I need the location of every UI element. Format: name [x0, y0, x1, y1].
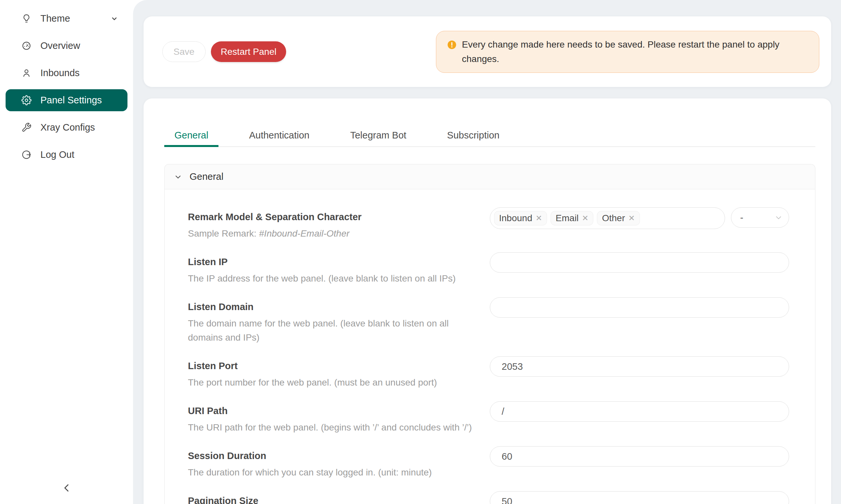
- tab-bar: General Authentication Telegram Bot Subs…: [164, 130, 816, 147]
- tag-inbound: Inbound ✕: [494, 211, 547, 226]
- form-row-pagination-size: Pagination Size: [188, 491, 789, 504]
- separator-select-value: -: [740, 212, 743, 223]
- field-label: Listen IP: [188, 256, 480, 267]
- sidebar-item-label: Inbounds: [40, 68, 80, 78]
- general-collapse: General Remark Model & Separation Charac…: [164, 164, 816, 504]
- chevron-left-icon: [61, 482, 73, 494]
- gauge-icon: [21, 41, 32, 51]
- sidebar-item-label: Log Out: [40, 149, 74, 160]
- remove-tag-icon[interactable]: ✕: [628, 214, 635, 222]
- chevron-down-icon: [774, 213, 783, 222]
- field-description: The duration for which you can stay logg…: [188, 465, 480, 480]
- gear-icon: [21, 95, 32, 105]
- sidebar-item-label: Xray Configs: [40, 122, 95, 133]
- separator-select[interactable]: -: [731, 208, 789, 228]
- lightbulb-icon: [21, 14, 32, 24]
- field-label: Listen Port: [188, 360, 480, 372]
- sidebar-item-label: Overview: [40, 40, 80, 51]
- field-label: URI Path: [188, 405, 480, 416]
- listen-domain-input[interactable]: [490, 297, 789, 318]
- listen-port-input[interactable]: [490, 356, 789, 377]
- sidebar-item-logout[interactable]: Log Out: [5, 144, 127, 166]
- tab-general[interactable]: General: [164, 130, 219, 146]
- tab-subscription[interactable]: Subscription: [437, 130, 510, 146]
- sidebar-item-label: Theme: [40, 13, 70, 24]
- sidebar: Theme Overview: [0, 0, 133, 504]
- uri-path-input[interactable]: [490, 401, 789, 421]
- sidebar-item-overview[interactable]: Overview: [5, 35, 127, 57]
- form-row-uri-path: URI Path The URI path for the web panel.…: [188, 401, 789, 434]
- restart-panel-button[interactable]: Restart Panel: [211, 41, 287, 62]
- restart-warning-alert: Every change made here needs to be saved…: [436, 31, 819, 73]
- pagination-size-input[interactable]: [490, 491, 789, 504]
- chevron-down-icon: [110, 15, 118, 23]
- section-title: General: [190, 171, 223, 182]
- app-root: Theme Overview: [0, 0, 841, 504]
- field-description: The domain name for the web panel. (leav…: [188, 316, 480, 344]
- sidebar-item-theme[interactable]: Theme: [5, 7, 127, 30]
- form-row-listen-ip: Listen IP The IP address for the web pan…: [188, 252, 789, 286]
- general-collapse-header[interactable]: General: [165, 164, 815, 189]
- user-icon: [21, 68, 32, 78]
- sample-remark-text: #Inbound-Email-Other: [259, 228, 349, 238]
- toolbar-card: Save Restart Panel Every change made her…: [143, 16, 831, 87]
- form-row-remark-model: Remark Model & Separation Character Samp…: [188, 208, 789, 240]
- sidebar-item-inbounds[interactable]: Inbounds: [5, 62, 127, 84]
- remove-tag-icon[interactable]: ✕: [582, 214, 588, 222]
- field-description: The URI path for the web panel. (begins …: [188, 420, 480, 434]
- form-row-session-duration: Session Duration The duration for which …: [188, 446, 789, 480]
- remove-tag-icon[interactable]: ✕: [535, 214, 542, 222]
- tab-telegram-bot[interactable]: Telegram Bot: [340, 130, 416, 146]
- sidebar-collapse-button[interactable]: [57, 480, 76, 496]
- field-description: The IP address for the web panel. (leave…: [188, 271, 480, 286]
- sidebar-item-xray-configs[interactable]: Xray Configs: [5, 116, 127, 139]
- form-row-listen-port: Listen Port The port number for the web …: [188, 356, 789, 390]
- session-duration-input[interactable]: [490, 446, 789, 467]
- alert-text: Every change made here needs to be saved…: [462, 37, 806, 66]
- sidebar-nav: Theme Overview: [0, 7, 133, 166]
- tag-email: Email ✕: [551, 211, 593, 226]
- field-label: Pagination Size: [188, 495, 480, 504]
- save-button[interactable]: Save: [162, 41, 206, 62]
- main-content: Save Restart Panel Every change made her…: [133, 0, 841, 504]
- form-row-listen-domain: Listen Domain The domain name for the we…: [188, 297, 789, 344]
- field-label: Listen Domain: [188, 301, 480, 312]
- field-label: Remark Model & Separation Character: [188, 211, 480, 222]
- sidebar-item-panel-settings[interactable]: Panel Settings: [5, 89, 127, 111]
- logout-icon: [21, 150, 32, 160]
- remark-model-tags-input[interactable]: Inbound ✕ Email ✕ Other ✕: [490, 208, 725, 229]
- chevron-down-icon: [174, 173, 182, 181]
- sidebar-item-label: Panel Settings: [40, 95, 102, 106]
- general-collapse-body: Remark Model & Separation Character Samp…: [165, 189, 815, 504]
- field-description: The port number for the web panel. (must…: [188, 375, 480, 390]
- field-description: Sample Remark: #Inbound-Email-Other: [188, 227, 480, 240]
- tag-other: Other ✕: [597, 211, 640, 226]
- settings-card: General Authentication Telegram Bot Subs…: [143, 98, 831, 504]
- warning-icon: [447, 40, 457, 50]
- tab-authentication[interactable]: Authentication: [239, 130, 320, 146]
- wrench-icon: [21, 122, 32, 132]
- field-label: Session Duration: [188, 450, 480, 461]
- listen-ip-input[interactable]: [490, 252, 789, 273]
